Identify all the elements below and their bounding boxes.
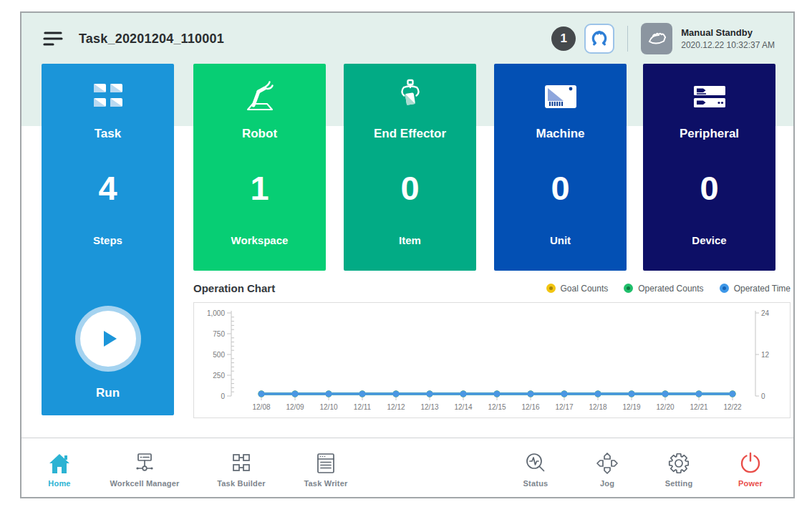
svg-text:12/17: 12/17 — [555, 403, 573, 411]
robot-card[interactable]: Robot 1 Workspace — [193, 64, 326, 271]
svg-text:0: 0 — [761, 392, 765, 400]
legend-goal-counts: Goal Counts — [546, 284, 609, 294]
peripheral-card-value: 0 — [643, 168, 775, 208]
peripheral-card[interactable]: Peripheral 0 Device — [643, 64, 775, 271]
operation-chart-title: Operation Chart — [193, 282, 275, 294]
task-steps-icon — [91, 82, 125, 112]
machine-card-label: Machine — [494, 127, 627, 141]
chart-point — [696, 391, 702, 397]
end-effector-card-unit: Item — [344, 234, 476, 246]
menu-hamburger-icon[interactable] — [43, 30, 63, 47]
run-button-label: Run — [96, 386, 120, 400]
operation-chart-canvas: 02505007501,0000122412/0812/0912/1012/11… — [194, 303, 790, 417]
svg-text:12/16: 12/16 — [521, 403, 539, 411]
workcell-manager-icon — [132, 451, 157, 475]
play-icon — [96, 327, 120, 351]
svg-text:500: 500 — [213, 351, 225, 359]
datetime-label: 2020.12.22 10:32:37 AM — [681, 39, 775, 51]
home-icon — [47, 451, 72, 475]
peripheral-icon — [692, 82, 727, 111]
svg-text:12/09: 12/09 — [286, 403, 304, 411]
legend-operated-time: Operated Time — [720, 284, 791, 294]
gripper-icon — [395, 79, 425, 115]
svg-text:12: 12 — [761, 351, 770, 359]
setting-icon — [667, 451, 691, 475]
gripper-recovery-icon — [590, 29, 609, 48]
chart-point — [730, 391, 736, 397]
robot-card-value: 1 — [193, 168, 326, 208]
nav-item-task-writer[interactable]: Task Writer — [284, 448, 368, 488]
legend-operated-counts: Operated Counts — [624, 284, 703, 294]
svg-text:12/13: 12/13 — [420, 403, 438, 411]
svg-text:12/10: 12/10 — [319, 403, 337, 411]
svg-text:0: 0 — [221, 392, 225, 400]
end-effector-card[interactable]: End Effector 0 Item — [344, 64, 476, 271]
operated-counts-dot-icon — [624, 284, 633, 293]
machine-icon — [543, 82, 578, 111]
task-card[interactable]: Task 4 Steps Run — [42, 64, 174, 415]
machine-card-value: 0 — [494, 168, 627, 208]
svg-text:12/22: 12/22 — [723, 403, 741, 411]
end-effector-card-label: End Effector — [344, 127, 476, 141]
nav-item-setting[interactable]: Setting — [643, 448, 715, 488]
jog-icon — [595, 451, 619, 475]
chart-point — [629, 391, 635, 397]
manual-mode-button[interactable] — [641, 23, 672, 54]
nav-item-power[interactable]: Power — [715, 448, 786, 488]
chart-point — [427, 391, 433, 397]
svg-text:12/14: 12/14 — [454, 403, 472, 411]
svg-text:12/18: 12/18 — [589, 403, 606, 411]
robot-card-unit: Workspace — [193, 234, 326, 246]
task-card-label: Task — [42, 127, 174, 141]
robot-mode-label: Manual Standby — [681, 26, 775, 39]
svg-text:12/15: 12/15 — [488, 403, 506, 411]
operated-time-dot-icon — [720, 284, 729, 293]
chart-point — [595, 391, 601, 397]
svg-text:12/12: 12/12 — [387, 403, 405, 411]
machine-card[interactable]: Machine 0 Unit — [494, 64, 627, 271]
chart-point — [494, 391, 501, 397]
chart-point — [528, 391, 534, 397]
annotation-badge: 1 — [551, 26, 576, 51]
svg-text:12/19: 12/19 — [622, 403, 640, 411]
task-builder-icon — [229, 451, 253, 475]
robot-arm-icon — [243, 80, 277, 113]
nav-item-task-builder[interactable]: Task Builder — [199, 448, 284, 488]
chart-point — [359, 391, 366, 397]
task-writer-icon — [314, 451, 338, 475]
chart-point — [662, 391, 669, 397]
goal-counts-dot-icon — [546, 284, 556, 293]
bottom-navigation: Home Workcell Manager — [21, 438, 793, 497]
peripheral-card-label: Peripheral — [643, 127, 775, 141]
svg-text:750: 750 — [213, 330, 225, 338]
run-button[interactable] — [75, 306, 141, 372]
operation-chart: 02505007501,0000122412/0812/0912/1012/11… — [193, 302, 791, 418]
chart-legend: Goal Counts Operated Counts Operated Tim… — [546, 284, 791, 294]
task-card-unit: Steps — [42, 234, 174, 246]
header-divider — [627, 26, 628, 52]
servo-recovery-button[interactable] — [584, 24, 614, 54]
svg-text:24: 24 — [761, 309, 770, 317]
chart-point — [460, 391, 467, 397]
page-title: Task_20201204_110001 — [79, 32, 224, 47]
main-screen: Task_20201204_110001 1 — [20, 11, 795, 498]
chart-point — [258, 391, 265, 397]
nav-item-status[interactable]: Status — [500, 448, 571, 488]
svg-text:12/21: 12/21 — [690, 403, 707, 411]
svg-text:12/11: 12/11 — [354, 403, 372, 411]
peripheral-card-unit: Device — [643, 234, 775, 246]
svg-text:12/20: 12/20 — [656, 403, 674, 411]
manual-hand-icon — [644, 26, 669, 51]
machine-card-unit: Unit — [494, 234, 627, 246]
nav-item-jog[interactable]: Jog — [571, 448, 643, 488]
nav-item-workcell-manager[interactable]: Workcell Manager — [90, 448, 199, 488]
end-effector-card-value: 0 — [344, 168, 476, 208]
svg-text:1,000: 1,000 — [207, 309, 225, 317]
chart-point — [393, 391, 400, 397]
nav-item-home[interactable]: Home — [29, 448, 90, 488]
chart-point — [561, 391, 568, 397]
svg-text:250: 250 — [213, 372, 225, 380]
task-card-value: 4 — [42, 168, 174, 208]
svg-text:12/08: 12/08 — [252, 403, 270, 411]
chart-point — [326, 391, 332, 397]
